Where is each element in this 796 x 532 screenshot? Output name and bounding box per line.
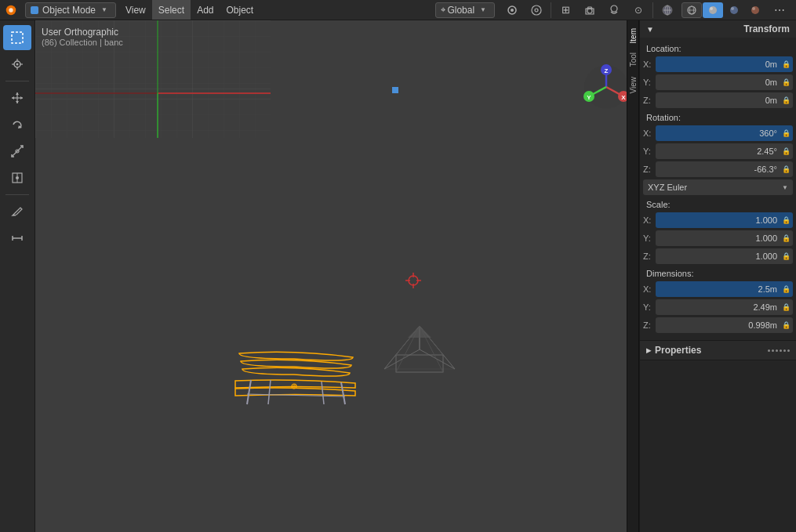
transform-section-header[interactable]: ▼ Transform — [640, 20, 796, 38]
menu-select[interactable]: Select — [152, 0, 191, 20]
dim-y-lock-icon: 🔒 — [782, 303, 791, 311]
mode-label: Object Mode — [42, 5, 96, 16]
side-tab-view[interactable]: View — [628, 72, 638, 99]
properties-title: Properties — [655, 345, 701, 356]
transform-section: ▼ Transform Location: X: 0m 🔒 Y: 0m 🔒 — [640, 20, 796, 341]
svg-rect-42 — [35, 20, 271, 138]
rotation-mode-dropdown[interactable]: XYZ Euler ▼ — [643, 179, 793, 195]
move-tool-btn[interactable] — [3, 85, 31, 110]
viewport-options-btn[interactable]: ⋯ — [769, 2, 790, 18]
svg-point-23 — [16, 63, 19, 66]
loc-z-value: 0m — [765, 96, 777, 105]
transform-content: Location: X: 0m 🔒 Y: 0m 🔒 Z: — [640, 38, 796, 340]
select-box-tool-btn[interactable] — [3, 25, 31, 50]
wireframe-shading[interactable] — [682, 2, 702, 18]
gizmo-toggle[interactable] — [657, 2, 678, 18]
right-panel: ▼ Transform Location: X: 0m 🔒 Y: 0m 🔒 — [639, 20, 796, 532]
snap-icon-btn[interactable] — [502, 2, 522, 18]
side-tabs-container: Item Tool View — [627, 20, 639, 532]
bench-object[interactable] — [224, 346, 365, 411]
rotation-x-field[interactable]: 360° 🔒 — [656, 125, 793, 141]
svg-point-15 — [709, 6, 717, 14]
annotate-tool-btn[interactable] — [3, 199, 31, 224]
svg-point-3 — [511, 9, 514, 12]
loc-y-lock-icon: 🔒 — [782, 78, 791, 86]
measure-tool-btn[interactable] — [3, 226, 31, 251]
location-z-field[interactable]: 0m 🔒 — [656, 92, 793, 108]
rendered-shading[interactable] — [745, 2, 765, 18]
xyz-gizmo[interactable]: Z X Y — [583, 63, 630, 110]
scale-y-lock-icon: 🔒 — [782, 234, 791, 242]
dim-x-value: 2.5m — [758, 284, 777, 294]
svg-marker-81 — [408, 326, 431, 338]
location-z-row: Z: 0m 🔒 — [643, 92, 793, 108]
loc-x-value: 0m — [765, 60, 777, 69]
rotation-mode-value: XYZ Euler — [648, 183, 687, 192]
menu-view[interactable]: View — [119, 0, 152, 20]
camera-object[interactable] — [376, 322, 463, 379]
camera-view-btn[interactable] — [580, 2, 600, 18]
rot-z-lock-icon: 🔒 — [782, 165, 791, 173]
dim-y-value: 2.49m — [753, 302, 777, 312]
svg-point-18 — [731, 7, 734, 10]
dim-y-row: Y: 2.49m 🔒 — [643, 299, 793, 315]
properties-triangle: ▶ — [646, 347, 651, 354]
scale-tool-btn[interactable] — [3, 139, 31, 164]
dim-x-lock-icon: 🔒 — [782, 285, 791, 293]
properties-section-header[interactable]: ▶ Properties — [640, 341, 796, 360]
location-x-field[interactable]: 0m 🔒 — [656, 56, 793, 72]
loc-y-label: Y: — [643, 78, 654, 87]
rotation-z-field[interactable]: -66.3° 🔒 — [656, 161, 793, 177]
object-mode-selector[interactable]: Object Mode ▼ — [25, 2, 116, 18]
menu-object[interactable]: Object — [220, 0, 260, 20]
svg-line-30 — [12, 146, 23, 157]
viewport[interactable]: User Orthographic (86) Collection | banc… — [35, 20, 639, 532]
side-tab-tool[interactable]: Tool — [628, 48, 638, 71]
toolbar-separator-1 — [5, 81, 29, 81]
svg-point-17 — [730, 6, 738, 14]
rotation-label: Rotation: — [643, 111, 793, 125]
scale-y-field[interactable]: 1.000 🔒 — [656, 230, 793, 246]
proportional-edit-btn[interactable] — [526, 2, 547, 18]
side-tab-item[interactable]: Item — [628, 24, 638, 48]
cursor-tool-btn[interactable] — [3, 52, 31, 77]
loc-x-lock-icon: 🔒 — [782, 60, 791, 68]
dimensions-label: Dimensions: — [643, 267, 793, 281]
svg-rect-76 — [396, 355, 443, 372]
svg-rect-21 — [12, 32, 23, 43]
location-y-field[interactable]: 0m 🔒 — [656, 74, 793, 90]
dim-y-label: Y: — [643, 302, 654, 312]
blender-logo[interactable] — [0, 3, 22, 17]
transform-tool-btn[interactable] — [3, 165, 31, 190]
svg-line-66 — [341, 382, 345, 404]
properties-dots-menu[interactable] — [768, 349, 790, 352]
walk-mode-btn[interactable] — [604, 2, 624, 18]
rotate-tool-btn[interactable] — [3, 112, 31, 137]
rot-x-label: X: — [643, 128, 654, 138]
dim-y-field[interactable]: 2.49m 🔒 — [656, 299, 793, 315]
scale-z-field[interactable]: 1.000 🔒 — [656, 248, 793, 264]
svg-point-16 — [710, 7, 713, 10]
grid-view-btn[interactable]: ⊞ — [555, 2, 576, 18]
rotation-z-row: Z: -66.3° 🔒 — [643, 161, 793, 177]
rotation-y-field[interactable]: 2.45° 🔒 — [656, 143, 793, 159]
viewport-render-btn[interactable]: ⊙ — [628, 2, 649, 18]
rotation-x-row: X: 360° 🔒 — [643, 125, 793, 141]
scale-z-lock-icon: 🔒 — [782, 252, 791, 260]
menu-add[interactable]: Add — [191, 0, 220, 20]
rot-y-label: Y: — [643, 147, 654, 156]
rot-y-lock-icon: 🔒 — [782, 147, 791, 155]
loc-y-value: 0m — [765, 78, 777, 87]
dim-z-row: Z: 0.998m 🔒 — [643, 317, 793, 333]
dim-z-field[interactable]: 0.998m 🔒 — [656, 317, 793, 333]
solid-shading[interactable] — [703, 2, 723, 18]
material-shading[interactable] — [724, 2, 744, 18]
scale-x-field[interactable]: 1.000 🔒 — [656, 212, 793, 228]
svg-text:Y: Y — [587, 94, 591, 101]
dim-x-field[interactable]: 2.5m 🔒 — [656, 281, 793, 297]
svg-rect-43 — [35, 89, 271, 89]
svg-point-20 — [752, 7, 755, 10]
separator-1 — [551, 2, 551, 18]
rot-z-value: -66.3° — [754, 165, 777, 174]
transform-orientation[interactable]: ⌖ Global ▼ — [435, 2, 495, 18]
